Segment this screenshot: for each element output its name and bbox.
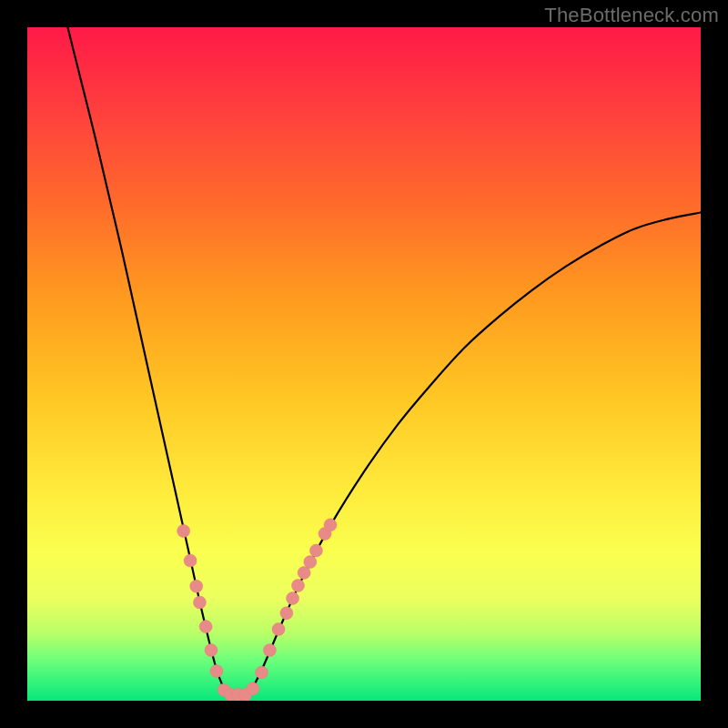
bead-marker — [205, 644, 217, 657]
bead-marker — [177, 525, 190, 538]
chart-svg — [27, 27, 701, 701]
bead-marker — [199, 621, 212, 633]
chart-frame: TheBottleneck.com — [0, 0, 728, 728]
bead-marker — [287, 592, 299, 605]
bead-marker — [324, 519, 337, 531]
bead-marker — [210, 664, 223, 677]
bead-marker — [291, 579, 304, 592]
plot-area — [27, 27, 701, 701]
bead-marker — [256, 666, 268, 679]
bead-marker — [263, 644, 276, 657]
curve-right — [249, 213, 701, 694]
bead-marker — [247, 682, 259, 695]
bead-marker — [190, 580, 203, 592]
bead-marker — [193, 596, 206, 609]
bead-marker — [309, 544, 322, 557]
bead-marker — [184, 554, 197, 567]
bead-marker — [272, 623, 285, 636]
curve-left — [67, 27, 226, 694]
bead-marker — [304, 556, 317, 569]
watermark-label: TheBottleneck.com — [544, 4, 719, 27]
bead-marker — [280, 607, 293, 620]
